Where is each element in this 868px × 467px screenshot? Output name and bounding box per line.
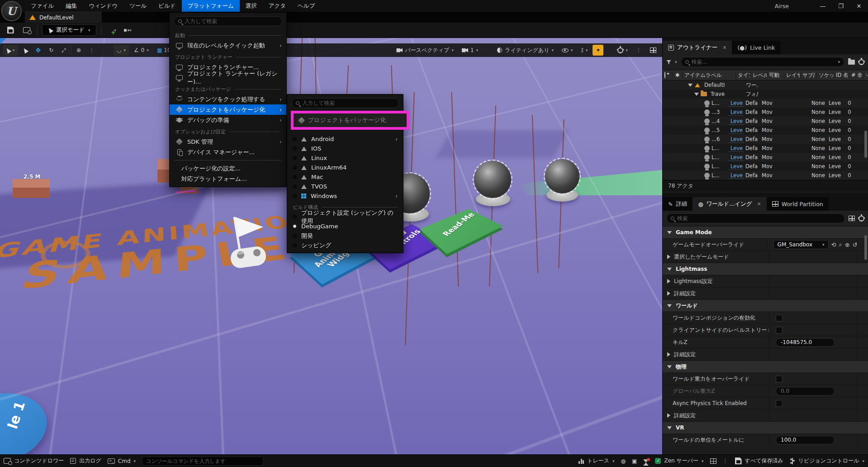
filter-icon[interactable] [666, 60, 671, 64]
tab-live-link[interactable]: (●) Live Link [732, 41, 780, 54]
details-search-input[interactable] [677, 215, 840, 222]
game-mode-dropdown[interactable]: GM_Sandbox ▾ [773, 240, 829, 249]
menu-item-quick-launch[interactable]: 現在のレベルをクイック起動 › [170, 40, 286, 51]
submenu-search[interactable] [291, 98, 399, 108]
editor-mode-selector[interactable]: 選択モード ▾ [42, 24, 96, 36]
outliner-search-input[interactable] [692, 59, 835, 65]
details-search[interactable] [666, 213, 845, 223]
game-view-toggle-active[interactable]: ✦ [593, 45, 603, 56]
menu-item-project-launcher-legacy[interactable]: プロジェクト ランチャー (レガシー)... [170, 72, 286, 83]
prop-world-advanced[interactable]: 詳細設定 [663, 348, 868, 360]
gravity-override-checkbox[interactable] [776, 376, 783, 382]
menu-edit[interactable]: 編集 [60, 0, 83, 12]
preview-quality-button[interactable]: ⁒▾ [578, 45, 591, 56]
menu-platforms[interactable]: プラットフォーム [182, 0, 240, 12]
console-command-input[interactable] [142, 457, 263, 466]
copy-asset-icon[interactable]: ⊕ [845, 241, 850, 248]
level-tab[interactable]: DefaultLevel [25, 12, 102, 23]
submenu-item-package-project-disabled[interactable]: プロジェクトをパッケージ化 [294, 113, 407, 127]
col-layer[interactable]: レイヤ [784, 72, 801, 79]
expand-icon[interactable] [667, 352, 670, 357]
show-flags-button[interactable]: ▾ [559, 45, 576, 56]
outliner-folder-row[interactable]: Trave フォ/ [663, 90, 868, 99]
submenu-item-mac[interactable]: Mac [287, 172, 403, 182]
col-hidden-count[interactable]: # 非 [849, 72, 864, 79]
sphere-actor[interactable] [545, 159, 579, 193]
spawn-flag-gamepad[interactable] [213, 212, 276, 271]
menu-item-packaging-settings[interactable]: パッケージ化の設定... [170, 163, 286, 174]
trace-button[interactable]: トレース ▾ [579, 457, 614, 465]
save-status-button[interactable]: すべて保存済み [735, 457, 783, 465]
translate-tool-button[interactable]: ✥ [33, 45, 44, 56]
world-composition-checkbox[interactable] [776, 315, 783, 321]
console-type-selector[interactable]: >_ Cmd ▾ [108, 458, 136, 464]
prop-selected-game-mode[interactable]: 選択したゲームモード [663, 250, 868, 263]
world-local-toggle[interactable]: ⊕ [73, 45, 84, 56]
display-filter-icon[interactable] [849, 216, 855, 221]
output-log-button[interactable]: 出力ログ [70, 457, 101, 465]
visibility-column[interactable] [663, 72, 673, 78]
rotation-snap-button[interactable]: ∠0▾ [131, 45, 152, 56]
transform-options-button[interactable]: ⋮ [86, 45, 98, 56]
tab-outliner[interactable]: アウトライナー ✕ [663, 41, 732, 54]
pending-tasks-button[interactable] [643, 459, 649, 462]
camera-speed-button[interactable]: 1▾ [459, 45, 481, 56]
world-to-meters-input[interactable]: 100.0 [776, 436, 835, 444]
expand-icon[interactable] [667, 255, 670, 259]
submenu-item-development[interactable]: 開発 [287, 231, 403, 241]
snapshot-button[interactable]: ▣ [632, 458, 637, 464]
expand-icon[interactable] [667, 291, 670, 296]
submenu-item-linuxarm64[interactable]: LinuxArm64 [287, 163, 403, 172]
tab-world-partition[interactable]: World Partition [767, 197, 829, 211]
col-level[interactable]: レベル [751, 72, 767, 79]
outliner-actor-row[interactable]: L... Leve Defa Mov None Leve 0 [663, 99, 868, 108]
outliner-actor-row[interactable]: L... Leve Defa Mov None Leve 0 [663, 153, 868, 162]
content-drawer-button[interactable]: コンテンツドロワー [4, 457, 64, 465]
menu-item-supported-platforms[interactable]: 対応プラットフォーム... [170, 174, 286, 184]
insights-button[interactable]: ◍ [621, 458, 626, 464]
col-mobility[interactable]: 可動 [767, 72, 784, 79]
kill-z-input[interactable]: -1048575.0 [776, 338, 835, 347]
close-tab-icon[interactable]: ✕ [722, 45, 726, 51]
category-lightmass[interactable]: Lightmass [663, 263, 868, 275]
use-selected-asset-icon[interactable]: ⟲ [831, 241, 836, 248]
submenu-item-tvos[interactable]: TVOS [287, 182, 403, 191]
outliner-search[interactable]: ▾ [681, 57, 844, 67]
col-item-label[interactable]: アイテムラベル [683, 72, 736, 79]
pin-column[interactable]: ✱ [673, 72, 683, 78]
rotate-tool-button[interactable]: ↻ [46, 45, 57, 56]
submenu-search-input[interactable] [302, 100, 394, 106]
category-game-mode[interactable]: Game Mode [663, 226, 868, 238]
col-type[interactable]: タイプ [736, 72, 751, 79]
submenu-item-use-project-setting[interactable]: プロジェクト設定 (シッピング) の使用 [287, 212, 403, 222]
tab-details[interactable]: ✎ 詳細 [663, 197, 693, 211]
status-options-button[interactable]: ⋮ [723, 458, 729, 464]
submenu-item-windows[interactable]: Windows › [287, 191, 403, 201]
submenu-item-android[interactable]: Android › [287, 134, 403, 144]
menu-search[interactable] [174, 16, 282, 26]
outliner-actor-row[interactable]: ...4 Leve Defa Mov None Leve 0 [663, 117, 868, 126]
derived-data-button[interactable] [710, 458, 716, 464]
menu-item-sdk-management[interactable]: SDK 管理 › [170, 137, 286, 147]
reset-icon[interactable]: ↺ [853, 241, 858, 248]
revision-control-button[interactable]: リビジョンコントロール ▾ [790, 457, 864, 465]
category-world[interactable]: ワールド [663, 299, 868, 311]
view-mode-selector[interactable]: ライティングあり▾ [494, 45, 557, 56]
menu-select[interactable]: 選択 [240, 0, 263, 12]
col-attach-icon[interactable]: ⑂ [864, 72, 868, 78]
outliner-actor-row[interactable]: L... Leve Defa Mov None Leve 0 [663, 171, 868, 180]
async-physics-checkbox[interactable] [776, 400, 783, 407]
category-physics[interactable]: 物理 [663, 360, 868, 373]
menu-search-input[interactable] [185, 18, 278, 24]
menu-item-package-project[interactable]: プロジェクトをパッケージ化 › [170, 104, 286, 115]
menu-tools[interactable]: ツール [123, 0, 152, 12]
new-folder-icon[interactable] [848, 60, 855, 65]
zen-server-button[interactable]: ✓ Zen サーバー ▾ [655, 457, 703, 465]
menu-item-prepare-debug[interactable]: デバッグの準備 › [170, 115, 286, 125]
expand-icon[interactable] [667, 413, 670, 418]
sphere-actor[interactable] [474, 161, 511, 198]
select-mode-tool-button[interactable]: ▾ [3, 45, 18, 56]
col-subpath[interactable]: サブ/ [801, 72, 817, 79]
menu-window[interactable]: ウィンドウ [83, 0, 123, 12]
quad-layout-button[interactable] [647, 45, 659, 56]
